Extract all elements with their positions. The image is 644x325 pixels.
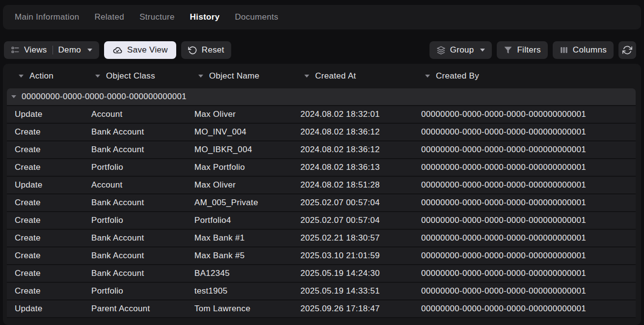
cell-created-by: 00000000-0000-0000-0000-000000000001 <box>413 141 636 158</box>
cell-object-name: MO_IBKR_004 <box>187 141 293 158</box>
cell-action: Create <box>7 194 83 211</box>
cell-created-by: 00000000-0000-0000-0000-000000000001 <box>413 300 636 317</box>
column-menu-icon[interactable] <box>425 75 430 78</box>
cell-action: Update <box>7 177 83 193</box>
table-row[interactable]: CreateBank AccountMO_INV_0042024.08.02 1… <box>7 124 636 141</box>
cell-object-name: Portfolio4 <box>187 212 293 229</box>
refresh-icon <box>622 45 632 55</box>
cell-action: Create <box>7 283 83 299</box>
cell-object-class: Bank Account <box>83 230 187 246</box>
cell-created-by: 00000000-0000-0000-0000-000000000001 <box>413 194 636 211</box>
history-table: Action Object Class Object Name Created … <box>3 64 641 325</box>
collapse-group-icon[interactable] <box>11 95 16 98</box>
cell-action: Create <box>7 159 83 176</box>
column-label: Action <box>29 71 54 81</box>
cell-object-class: Bank Account <box>83 247 187 264</box>
cell-action: Update <box>7 300 83 317</box>
toolbar-left: Views Demo Save View Reset <box>4 41 231 59</box>
cell-action: Create <box>7 141 83 158</box>
columns-button[interactable]: Columns <box>553 41 614 59</box>
cell-object-name: Max Bank #5 <box>187 247 293 264</box>
toolbar-right: Group Filters Columns <box>429 41 636 59</box>
column-header-object-name[interactable]: Object Name <box>187 71 293 81</box>
table-row[interactable]: CreateBank AccountAM_005_Private2025.02.… <box>7 194 636 212</box>
column-header-created-at[interactable]: Created At <box>293 71 413 81</box>
cell-action: Create <box>7 230 83 246</box>
cell-object-class: Parent Account <box>83 300 187 317</box>
cell-object-class: Portfolio <box>83 212 187 229</box>
table-row[interactable]: UpdateAccountMax Oliver2024.08.02 18:32:… <box>7 106 636 124</box>
cloud-check-icon <box>112 45 123 55</box>
column-header-action[interactable]: Action <box>7 71 83 81</box>
tab-bar: Main Information Related Structure Histo… <box>3 5 641 29</box>
cell-created-at: 2025.02.07 00:57:04 <box>293 212 413 229</box>
table-row[interactable]: UpdateParent AccountTom Lawrence2025.09.… <box>7 300 636 318</box>
cell-created-by: 00000000-0000-0000-0000-000000000001 <box>413 106 636 123</box>
reset-label: Reset <box>202 45 224 55</box>
column-menu-icon[interactable] <box>19 75 24 78</box>
group-label: Group <box>450 45 474 55</box>
cell-created-at: 2024.08.02 18:36:12 <box>293 124 413 140</box>
views-selected-value: Demo <box>58 45 81 55</box>
refresh-button[interactable] <box>618 41 636 59</box>
columns-label: Columns <box>573 45 607 55</box>
column-menu-icon[interactable] <box>95 75 100 78</box>
cell-created-by: 00000000-0000-0000-0000-000000000001 <box>413 159 636 176</box>
column-label: Created By <box>436 71 479 81</box>
cell-created-at: 2024.08.02 18:32:01 <box>293 106 413 123</box>
table-row[interactable]: CreateBank AccountMax Bank #52025.03.10 … <box>7 247 636 265</box>
table-row[interactable]: CreateBank AccountMax Bank #12025.02.21 … <box>7 230 636 247</box>
tab-main-information[interactable]: Main Information <box>15 12 79 22</box>
save-view-button[interactable]: Save View <box>104 41 176 59</box>
tab-related[interactable]: Related <box>94 12 124 22</box>
chevron-down-icon <box>480 49 485 52</box>
column-header-created-by[interactable]: Created By <box>413 71 636 81</box>
group-button[interactable]: Group <box>429 41 492 59</box>
columns-icon <box>560 46 568 54</box>
views-button[interactable]: Views Demo <box>4 41 99 59</box>
table-row[interactable]: CreateBank AccountMO_IBKR_0042024.08.02 … <box>7 141 636 159</box>
views-label: Views <box>24 45 47 55</box>
views-divider <box>53 46 53 54</box>
filters-label: Filters <box>517 45 540 55</box>
cell-object-name: test1905 <box>187 283 293 299</box>
table-row[interactable]: CreateBank AccountBA123452025.05.19 14:2… <box>7 265 636 283</box>
column-menu-icon[interactable] <box>198 75 203 78</box>
cell-object-name: AM_005_Private <box>187 194 293 211</box>
tab-documents[interactable]: Documents <box>235 12 278 22</box>
filters-button[interactable]: Filters <box>497 41 547 59</box>
toolbar: Views Demo Save View Reset <box>4 41 636 59</box>
rotate-ccw-icon <box>188 46 197 55</box>
reset-button[interactable]: Reset <box>181 41 231 59</box>
column-header-object-class[interactable]: Object Class <box>83 71 187 81</box>
cell-created-at: 2025.03.10 21:01:59 <box>293 247 413 264</box>
cell-object-name: Max Portfolio <box>187 159 293 176</box>
cell-object-class: Portfolio <box>83 159 187 176</box>
table-row[interactable]: UpdateAccountMax Oliver2024.08.02 18:51:… <box>7 177 636 194</box>
table-rows: UpdateAccountMax Oliver2024.08.02 18:32:… <box>7 106 636 318</box>
cell-object-name: BA12345 <box>187 265 293 282</box>
cell-object-name: MO_INV_004 <box>187 124 293 140</box>
table-row[interactable]: CreatePortfolioMax Portfolio2024.08.02 1… <box>7 159 636 177</box>
cell-created-at: 2025.02.21 18:30:57 <box>293 230 413 246</box>
table-row[interactable]: CreatePortfolioPortfolio42025.02.07 00:5… <box>7 212 636 230</box>
cell-object-class: Bank Account <box>83 265 187 282</box>
column-label: Object Name <box>209 71 260 81</box>
cell-created-by: 00000000-0000-0000-0000-000000000001 <box>413 247 636 264</box>
tab-history[interactable]: History <box>190 12 220 22</box>
cell-action: Create <box>7 124 83 140</box>
table-header-row: Action Object Class Object Name Created … <box>7 64 636 88</box>
table-row[interactable]: CreatePortfoliotest19052025.05.19 14:33:… <box>7 283 636 300</box>
cell-action: Create <box>7 247 83 264</box>
group-row[interactable]: 00000000-0000-0000-0000-000000000001 <box>7 88 636 106</box>
cell-created-by: 00000000-0000-0000-0000-000000000001 <box>413 212 636 229</box>
tab-structure[interactable]: Structure <box>139 12 175 22</box>
cell-created-by: 00000000-0000-0000-0000-000000000001 <box>413 230 636 246</box>
column-label: Created At <box>315 71 356 81</box>
column-menu-icon[interactable] <box>304 75 309 78</box>
cell-object-class: Bank Account <box>83 141 187 158</box>
column-label: Object Class <box>106 71 155 81</box>
cell-action: Create <box>7 212 83 229</box>
layers-icon <box>436 46 446 55</box>
cell-created-by: 00000000-0000-0000-0000-000000000001 <box>413 265 636 282</box>
